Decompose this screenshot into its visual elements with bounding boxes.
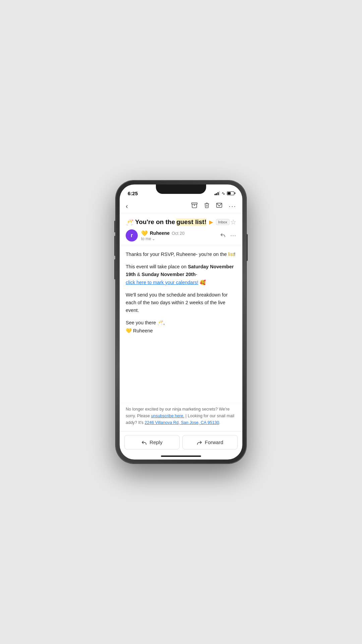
- svg-rect-0: [192, 203, 197, 204]
- forward-button-label: Forward: [205, 439, 223, 445]
- address-link[interactable]: 2246 Villanova Rd, San Jose, CA 95130: [145, 420, 219, 425]
- subject-arrow: ►: [208, 218, 215, 226]
- action-buttons: Reply Forward: [120, 431, 242, 453]
- unsubscribe-link[interactable]: unsubscribe here.: [151, 414, 184, 418]
- reply-button-label: Reply: [149, 439, 162, 445]
- email-body: Thanks for your RSVP, Ruheene- you're on…: [120, 245, 242, 403]
- avatar: r: [126, 229, 138, 241]
- sender-date: Oct 20: [172, 231, 184, 236]
- sender-heart-icon: 💛: [141, 230, 148, 236]
- more-button[interactable]: ···: [229, 202, 236, 210]
- email-container: ‹: [120, 199, 242, 460]
- email-subject: 🥂 You're on the guest list! ► Inbox: [126, 218, 230, 226]
- signal-bars-icon: [215, 191, 220, 195]
- to-me-label: to me ⌄: [141, 236, 184, 241]
- sender-name: Ruheene: [150, 230, 170, 236]
- calendar-link[interactable]: click here to mark your calendars!: [126, 280, 198, 285]
- wifi-icon: ∿: [222, 191, 225, 196]
- trash-button[interactable]: [204, 202, 210, 210]
- back-button[interactable]: ‹: [126, 202, 128, 210]
- email-toolbar: ‹: [120, 199, 242, 213]
- subject-emoji: 🥂: [126, 218, 134, 226]
- event-date-2: Sunday November 20th: [142, 272, 196, 277]
- sender-info: 💛 Ruheene Oct 20 to me ⌄: [141, 230, 184, 241]
- home-indicator: [120, 453, 242, 460]
- sender-actions: ···: [220, 232, 236, 239]
- list-link[interactable]: list: [228, 252, 234, 257]
- archive-button[interactable]: [191, 202, 198, 210]
- sender-row: r 💛 Ruheene Oct 20 to me ⌄: [126, 229, 236, 241]
- reply-button[interactable]: Reply: [124, 435, 180, 449]
- status-time: 6:25: [128, 191, 138, 196]
- notch: [156, 184, 206, 194]
- body-paragraph-3: We'll send you the schedule and breakdow…: [126, 291, 236, 315]
- body-paragraph-2: This event will take place on Saturday N…: [126, 263, 236, 286]
- email-footer: No longer excited by our ninja marketing…: [120, 403, 242, 431]
- body-paragraph-1: Thanks for your RSVP, Ruheene- you're on…: [126, 251, 236, 258]
- email-header: 🥂 You're on the guest list! ► Inbox ☆ r: [120, 213, 242, 245]
- forward-button[interactable]: Forward: [182, 435, 238, 449]
- reply-quick-button[interactable]: [220, 232, 226, 238]
- body-closing: See you there 🥂, 💛 Ruheene: [126, 319, 236, 334]
- more-sender-button[interactable]: ···: [230, 232, 236, 239]
- calendar-emoji: 🥰: [200, 280, 206, 285]
- subject-highlight: guest list!: [176, 218, 206, 226]
- star-button[interactable]: ☆: [230, 218, 236, 226]
- status-icons: ∿: [215, 191, 235, 196]
- inbox-badge: Inbox: [216, 219, 230, 225]
- mail-button[interactable]: [216, 203, 223, 210]
- battery-icon: [227, 192, 234, 195]
